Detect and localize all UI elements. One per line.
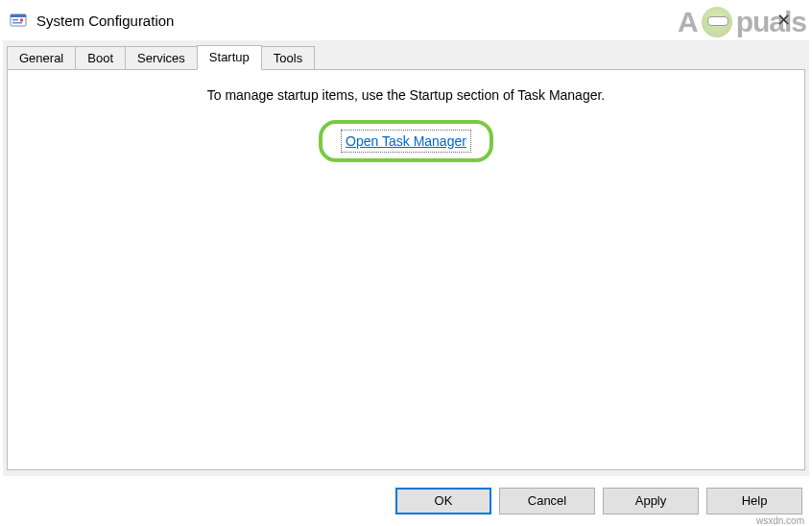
apply-button[interactable]: Apply <box>603 488 699 514</box>
tab-startup[interactable]: Startup <box>197 45 262 70</box>
ok-button[interactable]: OK <box>395 488 491 514</box>
footer-watermark: wsxdn.com <box>756 515 804 526</box>
msconfig-icon <box>10 12 27 29</box>
startup-message: To manage startup items, use the Startup… <box>8 87 804 103</box>
link-highlight-annotation: Open Task Manager <box>319 120 493 162</box>
tab-tools[interactable]: Tools <box>261 46 315 69</box>
svg-rect-2 <box>12 19 18 21</box>
svg-rect-1 <box>11 14 26 17</box>
dialog-buttons: OK Cancel Apply Help <box>395 488 802 514</box>
tab-services[interactable]: Services <box>125 46 198 69</box>
cancel-button[interactable]: Cancel <box>499 488 595 514</box>
tab-general[interactable]: General <box>7 46 76 69</box>
window-title: System Configuration <box>36 12 764 29</box>
open-task-manager-link[interactable]: Open Task Manager <box>344 132 468 150</box>
startup-panel: To manage startup items, use the Startup… <box>7 69 805 470</box>
titlebar: System Configuration ✕ <box>0 0 812 40</box>
close-button[interactable]: ✕ <box>764 10 802 31</box>
dialog-body: General Boot Services Startup Tools To m… <box>3 40 809 476</box>
svg-rect-3 <box>12 22 22 24</box>
svg-rect-4 <box>20 19 23 22</box>
help-button[interactable]: Help <box>706 488 802 514</box>
tab-strip: General Boot Services Startup Tools <box>3 40 809 69</box>
tab-boot[interactable]: Boot <box>75 46 126 69</box>
